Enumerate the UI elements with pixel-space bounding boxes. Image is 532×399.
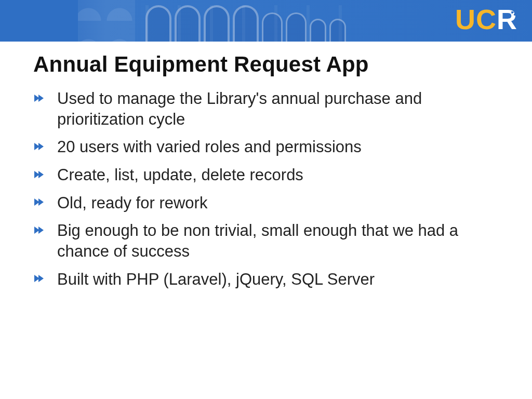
bullet-item: Big enough to be non trivial, small enou… xyxy=(50,220,499,261)
slide-title: Annual Equipment Request App xyxy=(33,52,499,77)
bullet-item: 20 users with varied roles and permissio… xyxy=(50,137,499,157)
bullet-item: Create, list, update, delete records xyxy=(50,165,499,185)
logo-r: R xyxy=(497,5,517,33)
bullet-list: Used to manage the Library's annual purc… xyxy=(33,88,499,289)
slide-content: Annual Equipment Request App Used to man… xyxy=(0,42,532,289)
banner-arches-decoration xyxy=(145,0,369,42)
header-banner: UCR xyxy=(0,0,532,42)
ucr-logo: UCR xyxy=(455,5,517,33)
bullet-item: Old, ready for rework xyxy=(50,193,499,214)
bullet-item: Used to manage the Library's annual purc… xyxy=(50,88,499,129)
bullet-item: Built with PHP (Laravel), jQuery, SQL Se… xyxy=(50,269,499,290)
logo-uc: UC xyxy=(455,5,497,33)
